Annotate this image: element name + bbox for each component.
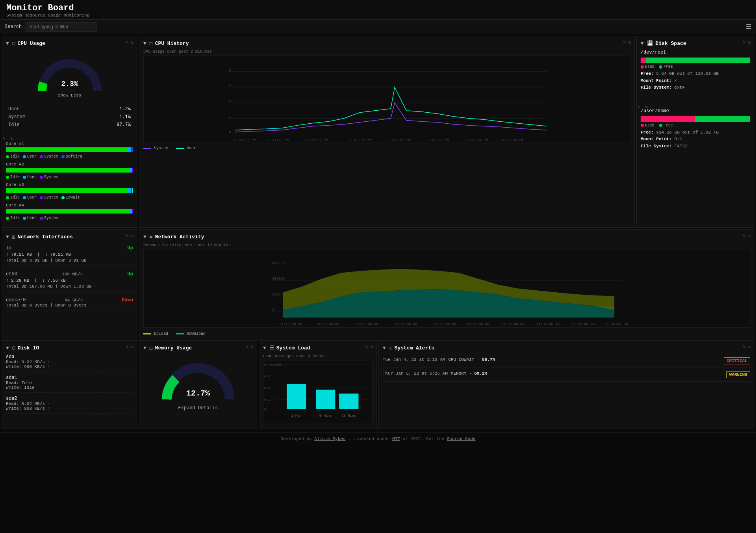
mem-expand-btn[interactable]: Expand Details (178, 405, 218, 411)
svg-text:0: 0 (272, 308, 274, 312)
disk-root-section: /dev/root Used Free Free: 5.64 GB out of… (641, 50, 750, 91)
cpu-hist-edit-icon[interactable]: ✎ (623, 39, 626, 45)
bottom-row: ▼ ◯ Disk IO ✎ ↻ sda Read: 8.02 MB/s ↑ Wr… (0, 340, 756, 431)
alert-2-msg: MEMORY - 69.2% (451, 371, 723, 376)
footer-src-link[interactable]: Source Code (447, 436, 476, 441)
core-edit-icon[interactable]: ✎ (3, 136, 6, 141)
core-refresh-icon[interactable]: ↻ (10, 136, 13, 141)
cpu-refresh-icon[interactable]: ↻ (131, 39, 134, 45)
disk-io-sda2: sda2 Read: 8.02 MB/s ↑ Write: 968 KB/s ↑ (6, 396, 133, 414)
filter-icon[interactable]: ☰ (746, 23, 751, 31)
search-input[interactable] (26, 22, 96, 32)
mem-icon: ◫ (150, 345, 153, 351)
cpu-gauge-svg: 2.3% (34, 54, 105, 97)
disk-space-refresh-icon[interactable]: ↻ (748, 39, 751, 45)
net-act-download-label: Download (187, 332, 206, 336)
footer-author-link[interactable]: Alicia Sykes (314, 436, 345, 441)
disk-space-icon: 💾 (647, 40, 653, 46)
footer-license-link[interactable]: MIT (392, 436, 400, 441)
mem-refresh-icon[interactable]: ↻ (251, 344, 254, 350)
core2-bar (6, 168, 133, 173)
mem-collapse-btn[interactable]: ▼ (143, 345, 146, 351)
cpu-collapse-btn[interactable]: ▼ (6, 41, 9, 46)
disk-space-panel: ▼ 💾 Disk Space ✎ ↻ /dev/root Used Free F… (636, 36, 754, 228)
net-act-collapse-btn[interactable]: ▼ (143, 234, 146, 240)
disk-root-legend: Used Free (641, 65, 750, 69)
disk-io-collapse-btn[interactable]: ▼ (6, 345, 9, 351)
disk-root-path: /dev/root (641, 50, 750, 55)
svg-text:0: 0 (264, 407, 266, 411)
disk-home-bar (641, 116, 750, 122)
sys-alerts-refresh-icon[interactable]: ↻ (748, 344, 751, 350)
disk-io-refresh-icon[interactable]: ↻ (131, 344, 134, 350)
sys-load-collapse-btn[interactable]: ▼ (263, 345, 266, 351)
core2-label: Core #2 (6, 162, 133, 167)
alert-2: Thur Jan 6, 22 at 6:25 AM MEMORY - 69.2%… (383, 368, 750, 382)
svg-text:0.4000000: 0.4000000 (264, 363, 281, 366)
net-act-edit-icon[interactable]: ✎ (743, 233, 746, 239)
page-title: Monitor Board (6, 3, 750, 13)
memory-usage-panel: ▼ ◫ Memory Usage ✎ ↻ 12.7% Expand Detail… (139, 340, 257, 429)
core2-legend: Idle User System (6, 175, 133, 179)
svg-text:11:30:00 PM: 11:30:00 PM (536, 323, 560, 327)
svg-text:11:20:00 PM: 11:20:00 PM (355, 323, 378, 327)
svg-rect-50 (287, 384, 306, 409)
disk-io-title: Disk IO (18, 345, 39, 351)
disk-io-edit-icon[interactable]: ✎ (126, 344, 129, 350)
svg-text:1 Min: 1 Min (291, 414, 302, 418)
cpu-hist-collapse-btn[interactable]: ▼ (143, 41, 146, 46)
disk-home-section: /user/home Used Free Free: 914.36 GB out… (641, 108, 750, 150)
net-iface-collapse-btn[interactable]: ▼ (6, 234, 9, 240)
cpu-hist-refresh-icon[interactable]: ↻ (628, 39, 631, 45)
sys-load-refresh-icon[interactable]: ↻ (371, 344, 373, 350)
net-iface-edit-icon[interactable]: ✎ (126, 233, 129, 239)
cpu-hist-legend: System User (143, 146, 630, 150)
core1-legend: Idle User System Softirq (6, 154, 133, 159)
disk-space-title: Disk Space (656, 41, 686, 46)
disk-root-info: Free: 5.64 GB out of 119.08 GB Mount Poi… (641, 71, 750, 91)
disk-space-collapse-btn[interactable]: ▼ (641, 41, 644, 46)
disk-home-info: Free: 914.36 GB out of 1.82 TB Mount Poi… (641, 129, 750, 150)
network-activity-chart: 600000 400000 200000 0 11:18:00 PM 11:18… (143, 249, 750, 328)
cpu-stat-user: User 1.2% (7, 106, 132, 113)
svg-text:4: 4 (229, 68, 231, 72)
footer-src-text: of 2022. Get the (403, 436, 447, 441)
core3-section: Core #3 Idle User System Iowait (6, 182, 133, 200)
sys-alerts-edit-icon[interactable]: ✎ (743, 344, 746, 350)
disk-space-edit-icon[interactable]: ✎ (743, 39, 746, 45)
sys-alerts-collapse-btn[interactable]: ▼ (383, 345, 386, 351)
svg-text:11:32:00 PM: 11:32:00 PM (348, 138, 371, 142)
net-act-refresh-icon[interactable]: ↻ (748, 233, 751, 239)
cpu-edit-icon[interactable]: ✎ (126, 39, 129, 45)
svg-text:3: 3 (229, 83, 231, 87)
cpu-hist-chart-label: CPU Usage over past 3 minutes (143, 50, 630, 54)
cpu-hist-user-label: User (187, 146, 196, 150)
system-load-panel: ▼ ☰ System Load ✎ ↻ Load Averages over 4… (259, 340, 377, 429)
net-act-title: Network Activity (155, 234, 204, 240)
cpu-history-chart: 4 3 2 1 0 11:31:27 PM 11:31:47 PM 11:31:… (143, 56, 630, 142)
cpu-gauge: 2.3% (34, 54, 105, 93)
cpu-stats-table: User 1.2% System 1.1% Idle 97.7% (6, 105, 133, 129)
mem-edit-icon[interactable]: ✎ (246, 344, 248, 350)
svg-rect-52 (339, 394, 358, 409)
svg-text:11:31:52 PM: 11:31:52 PM (305, 138, 328, 142)
cpu-title: CPU Usage (18, 41, 45, 46)
core1-section: Core #1 Idle User System Softirq (6, 141, 133, 159)
svg-text:1: 1 (229, 115, 231, 119)
disk-home-refresh-icon[interactable]: ↻ (645, 104, 648, 110)
sys-load-edit-icon[interactable]: ✎ (365, 344, 368, 350)
net-lo: lo Up ↑ 79.21 KB | ↓ 79.21 KB Total Up 3… (6, 243, 133, 266)
net-iface-title: Network Interfaces (18, 234, 73, 240)
core1-label: Core #1 (6, 141, 133, 146)
net-iface-refresh-icon[interactable]: ↻ (131, 233, 134, 239)
svg-text:11:28:00 PM: 11:28:00 PM (501, 323, 524, 327)
disk-home-edit-icon[interactable]: ✎ (637, 104, 640, 110)
top-row: ▼ ◯ CPU Usage ✎ ↻ 2.3% Show Less (0, 34, 756, 229)
svg-text:2: 2 (229, 99, 231, 103)
system-load-chart: 0.4000000 0.3 0.2 0.1 0 1 Min 5 Mins 15 … (263, 360, 372, 423)
svg-text:0: 0 (229, 130, 231, 134)
net-docker0: docker0 64 GB/s Down Total Up 0 Bytes | … (6, 295, 133, 310)
svg-text:600000: 600000 (272, 262, 285, 266)
network-activity-panel: ▼ ⇆ Network Activity ✎ ↻ Network Activit… (139, 229, 754, 340)
memory-gauge-svg: 12.7% (159, 358, 237, 405)
